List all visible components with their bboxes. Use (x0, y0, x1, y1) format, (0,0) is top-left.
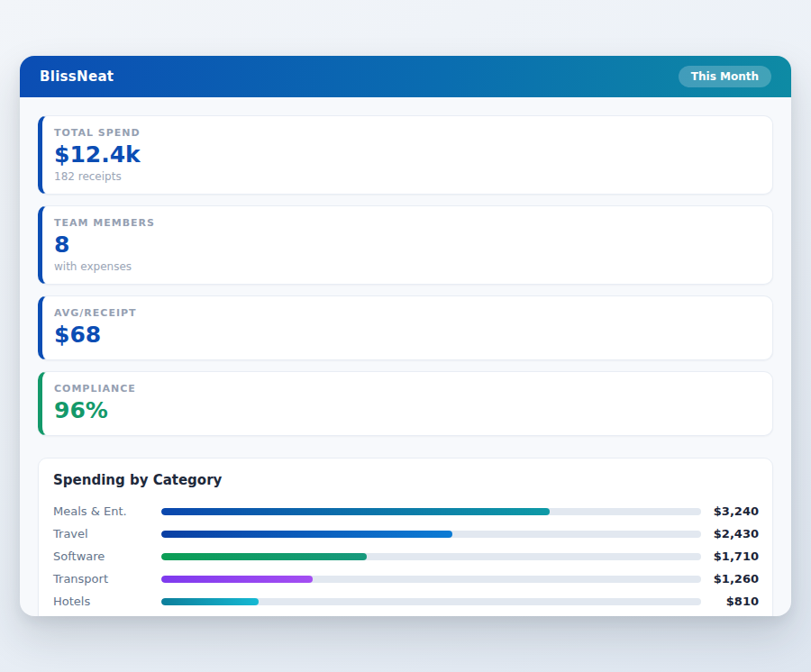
stat-value: $68 (54, 322, 758, 349)
category-label: Travel (53, 527, 161, 540)
period-badge[interactable]: This Month (679, 66, 771, 87)
stat-label: TEAM MEMBERS (54, 217, 758, 229)
stat-label: TOTAL SPEND (54, 127, 758, 139)
stat-value: 96% (54, 397, 758, 424)
category-row-software: Software$1,710 (53, 545, 759, 568)
category-bar-fill (161, 598, 259, 605)
stat-value: 8 (54, 232, 758, 259)
category-value: $1,260 (701, 572, 759, 586)
stat-value: $12.4k (54, 141, 758, 168)
category-value: $3,240 (701, 504, 759, 518)
spending-by-category-card: Spending by Category Meals & Ent.$3,240T… (38, 458, 773, 616)
category-label: Transport (53, 572, 161, 586)
category-bar-track (161, 598, 701, 605)
category-bar-track (161, 508, 701, 515)
dashboard-card: BlissNeat This Month TOTAL SPEND$12.4k18… (20, 56, 791, 616)
stat-card-avg-receipt: AVG/RECEIPT$68 (38, 295, 773, 360)
section-title: Spending by Category (53, 472, 759, 488)
category-row-meals-ent: Meals & Ent.$3,240 (53, 500, 759, 522)
category-bar-fill (161, 508, 550, 515)
category-value: $2,430 (701, 527, 759, 540)
stat-label: COMPLIANCE (54, 383, 758, 395)
category-bar-track (161, 531, 701, 538)
stats-section: TOTAL SPEND$12.4k182 receiptsTEAM MEMBER… (38, 115, 773, 436)
category-bar-fill (161, 576, 313, 583)
category-row-hotels: Hotels$810 (53, 590, 759, 613)
category-row-travel: Travel$2,430 (53, 522, 759, 545)
category-label: Software (53, 549, 161, 563)
dashboard-body: TOTAL SPEND$12.4k182 receiptsTEAM MEMBER… (20, 97, 791, 616)
category-label: Hotels (53, 595, 161, 608)
app-title: BlissNeat (40, 68, 114, 85)
stat-subtext: 182 receipts (54, 170, 758, 183)
stat-subtext: with expenses (54, 260, 758, 273)
category-bar-track (161, 576, 701, 583)
category-row-transport: Transport$1,260 (53, 568, 759, 590)
app-header: BlissNeat This Month (20, 56, 791, 97)
category-rows: Meals & Ent.$3,240Travel$2,430Software$1… (53, 500, 759, 613)
category-label: Meals & Ent. (53, 504, 161, 518)
stat-label: AVG/RECEIPT (54, 307, 758, 319)
category-bar-track (161, 553, 701, 560)
stat-card-compliance: COMPLIANCE96% (38, 371, 773, 436)
category-value: $1,710 (701, 549, 759, 563)
category-value: $810 (701, 595, 759, 608)
stat-card-total-spend: TOTAL SPEND$12.4k182 receipts (38, 115, 773, 195)
stat-card-team-members: TEAM MEMBERS8with expenses (38, 205, 773, 285)
category-bar-fill (161, 553, 367, 560)
category-bar-fill (161, 531, 452, 538)
